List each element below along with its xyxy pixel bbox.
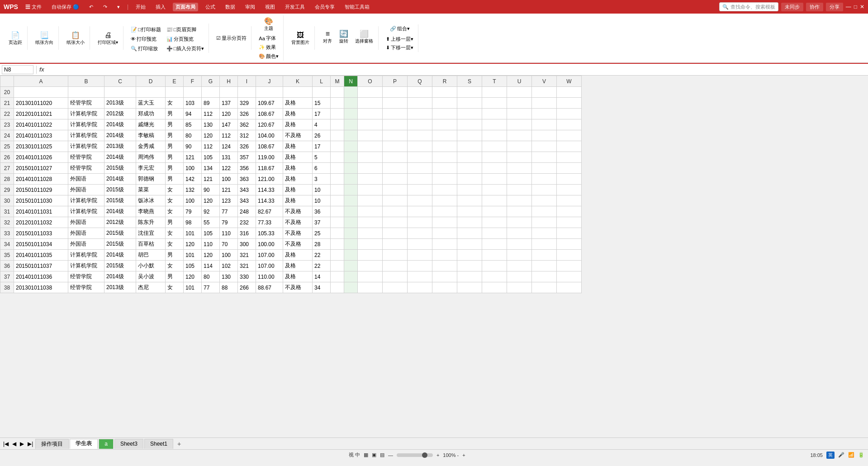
cell-31-M[interactable] — [331, 206, 344, 217]
cell-empty[interactable] — [507, 130, 532, 141]
cell-37-E[interactable]: 男 — [166, 271, 184, 282]
cell-37-D[interactable]: 吴小波 — [136, 271, 166, 282]
cell-30-L[interactable]: 10 — [313, 195, 331, 206]
btn-print-scale[interactable]: 🔍 打印缩放 — [129, 44, 163, 53]
cell-21-D[interactable]: 蓝大玉 — [136, 98, 166, 109]
cell-38-M[interactable] — [331, 282, 344, 293]
col-header-a[interactable]: A — [14, 76, 68, 87]
cell-empty[interactable] — [482, 185, 507, 195]
cell-29-L[interactable]: 10 — [313, 185, 331, 195]
cell-empty[interactable] — [457, 217, 482, 228]
cell-empty[interactable] — [408, 195, 432, 206]
cell-34-I[interactable]: 300 — [238, 239, 256, 250]
cell-empty[interactable] — [482, 206, 507, 217]
cell-38-K[interactable]: 不及格 — [283, 282, 313, 293]
cell-empty[interactable] — [432, 195, 457, 206]
cell-empty[interactable] — [358, 174, 383, 185]
cell-24-J[interactable]: 104.00 — [256, 130, 283, 141]
cell-23-A[interactable]: 201401011022 — [14, 119, 68, 130]
cell-31-A[interactable]: 201401011031 — [14, 206, 68, 217]
menu-review[interactable]: 审阅 — [242, 3, 258, 11]
cell-empty[interactable] — [482, 98, 507, 109]
cell-36-H[interactable]: 102 — [220, 261, 238, 271]
cell-23-N[interactable] — [344, 119, 358, 130]
row-header-23[interactable]: 23 — [0, 119, 14, 130]
btn-move-down[interactable]: ⬇ 下移一层▾ — [384, 43, 415, 52]
cell-38-I[interactable]: 266 — [238, 282, 256, 293]
cell-30-H[interactable]: 123 — [220, 195, 238, 206]
cell-34-M[interactable] — [331, 239, 344, 250]
cell-32-A[interactable]: 201201011032 — [14, 217, 68, 228]
sheet-tab-sheet1[interactable]: Sheet1 — [144, 439, 173, 449]
cell-32-K[interactable]: 不及格 — [283, 217, 313, 228]
cell-38-A[interactable]: 201301011038 — [14, 282, 68, 293]
cell-empty[interactable] — [457, 174, 482, 185]
sheet-nav-next[interactable]: ▶ — [19, 440, 25, 447]
cell-34-B[interactable]: 外国语 — [68, 239, 104, 250]
cell-26-H[interactable]: 131 — [220, 152, 238, 163]
cell-36-C[interactable]: 2015级 — [104, 261, 136, 271]
col-header-r[interactable]: R — [432, 76, 457, 87]
cell-38-L[interactable]: 34 — [313, 282, 331, 293]
cell-empty[interactable] — [432, 206, 457, 217]
cell-empty[interactable] — [432, 239, 457, 250]
cell-empty[interactable] — [358, 282, 383, 293]
cell-37-L[interactable]: 14 — [313, 271, 331, 282]
cell-31-C[interactable]: 2014级 — [104, 206, 136, 217]
cell-empty[interactable] — [432, 152, 457, 163]
cell-34-F[interactable]: 120 — [184, 239, 202, 250]
cell-empty[interactable] — [358, 228, 383, 239]
cell-23-C[interactable]: 2014级 — [104, 119, 136, 130]
zoom-fit[interactable]: + — [462, 452, 465, 458]
cell-27-E[interactable]: 男 — [166, 163, 184, 174]
cell-25-J[interactable]: 108.67 — [256, 141, 283, 152]
cell-empty[interactable] — [358, 271, 383, 282]
cell-empty[interactable] — [383, 250, 408, 261]
cell-24-M[interactable] — [331, 130, 344, 141]
cell-34-L[interactable]: 28 — [313, 239, 331, 250]
row-header-22[interactable]: 22 — [0, 109, 14, 119]
cell-27-K[interactable]: 及格 — [283, 163, 313, 174]
cell-empty[interactable] — [358, 261, 383, 271]
cell-26-K[interactable]: 及格 — [283, 152, 313, 163]
cell-35-I[interactable]: 321 — [238, 250, 256, 261]
cell-38-B[interactable]: 经管学院 — [68, 282, 104, 293]
cell-27-I[interactable]: 356 — [238, 163, 256, 174]
cell-empty[interactable] — [383, 185, 408, 195]
cell-29-N[interactable] — [344, 185, 358, 195]
cell-28-F[interactable]: 142 — [184, 174, 202, 185]
sheet-tab-sheet3[interactable]: Sheet3 — [114, 439, 143, 449]
row-header-34[interactable]: 34 — [0, 239, 14, 250]
cell-31-F[interactable]: 79 — [184, 206, 202, 217]
cell-empty[interactable] — [408, 163, 432, 174]
cell-24-B[interactable]: 计算机学院 — [68, 130, 104, 141]
col-header-g[interactable]: G — [202, 76, 220, 87]
cell-27-M[interactable] — [331, 163, 344, 174]
sheet-nav-first[interactable]: |◀ — [2, 440, 10, 447]
cell-24-F[interactable]: 80 — [184, 130, 202, 141]
cell-empty[interactable] — [457, 87, 482, 98]
cell-32-G[interactable]: 55 — [202, 217, 220, 228]
col-header-d[interactable]: D — [136, 76, 166, 87]
cell-empty[interactable] — [358, 152, 383, 163]
col-header-o[interactable]: O — [358, 76, 383, 87]
cell-35-F[interactable]: 101 — [184, 250, 202, 261]
cell-30-K[interactable]: 及格 — [283, 195, 313, 206]
cell-empty[interactable] — [432, 163, 457, 174]
cell-empty[interactable] — [408, 130, 432, 141]
cell-27-D[interactable]: 李元宏 — [136, 163, 166, 174]
btn-select-pane[interactable]: ⬜ 选择窗格 — [353, 28, 375, 46]
col-header-u[interactable]: U — [507, 76, 532, 87]
cell-empty[interactable] — [383, 228, 408, 239]
cell-37-K[interactable]: 及格 — [283, 271, 313, 282]
cell-24-I[interactable]: 312 — [238, 130, 256, 141]
cell-21-I[interactable]: 329 — [238, 98, 256, 109]
cell-31-E[interactable]: 女 — [166, 206, 184, 217]
cell-empty[interactable] — [507, 206, 532, 217]
cell-29-A[interactable]: 201501011029 — [14, 185, 68, 195]
cell-33-A[interactable]: 201501011033 — [14, 228, 68, 239]
cell-20-L[interactable] — [313, 87, 331, 98]
cell-empty[interactable] — [532, 130, 557, 141]
btn-move-up[interactable]: ⬆ 上移一层▾ — [384, 35, 415, 43]
cell-24-G[interactable]: 120 — [202, 130, 220, 141]
